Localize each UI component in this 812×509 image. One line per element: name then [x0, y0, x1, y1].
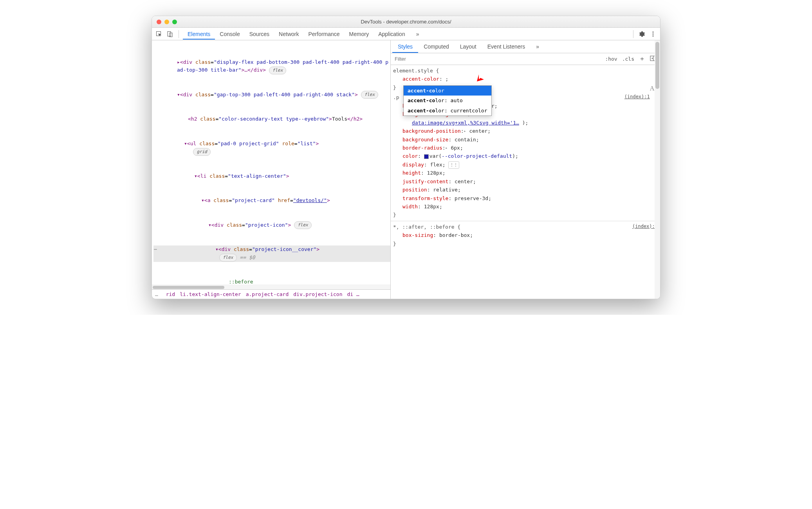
css-declaration[interactable]: data:image/svg+xml,%3Csvg width='1… );	[402, 119, 658, 127]
tab-application[interactable]: Application	[374, 29, 410, 40]
dom-node[interactable]: ▾<div class="project-icon"> flex	[153, 221, 390, 229]
rule-selector: *, ::after, ::before {	[393, 224, 460, 230]
svg-rect-1	[168, 31, 171, 36]
autocomplete-item[interactable]: accent-color: auto	[404, 96, 491, 105]
svg-point-4	[653, 33, 654, 34]
grid-badge[interactable]: grid	[193, 148, 211, 156]
styles-tab-styles[interactable]: Styles	[392, 40, 418, 53]
breadcrumb[interactable]: … ridli.text-align-centera.project-cardd…	[152, 289, 390, 299]
svg-point-5	[653, 35, 654, 36]
horizontal-scrollbar[interactable]	[152, 285, 390, 289]
styles-tab-layout[interactable]: Layout	[455, 40, 482, 53]
window-title: DevTools - developer.chrome.com/docs/	[152, 19, 660, 25]
dom-node[interactable]: ▾<a class="project-card" href="devtools/…	[153, 197, 390, 205]
hov-button[interactable]: :hov	[603, 55, 619, 63]
crumb-item[interactable]: rid	[166, 291, 175, 297]
css-declaration[interactable]: border-radius:▸ 6px;	[402, 144, 658, 152]
device-toggle-icon[interactable]	[165, 29, 175, 39]
flex-badge[interactable]: flex	[361, 91, 379, 99]
css-declaration[interactable]: justify-content: center;	[402, 177, 658, 186]
crumb-ellipsis[interactable]: …	[155, 291, 158, 297]
separator	[633, 30, 633, 38]
flex-badge[interactable]: flex	[294, 221, 312, 229]
close-icon[interactable]	[157, 20, 161, 24]
vertical-scrollbar[interactable]	[655, 40, 660, 299]
svg-point-3	[653, 31, 654, 32]
pseudo-before[interactable]: ::before	[153, 278, 390, 285]
rule-universal[interactable]: (index):1 *, ::after, ::before { box-siz…	[393, 223, 658, 248]
dom-node[interactable]: ▸<div class="display-flex pad-bottom-300…	[153, 58, 390, 75]
flex-badge[interactable]: flex	[269, 67, 287, 74]
panel-tabs: ElementsConsoleSourcesNetworkPerformance…	[183, 29, 410, 40]
crumb-item[interactable]: a.project-card	[246, 291, 289, 297]
inspect-icon[interactable]	[154, 29, 164, 39]
styles-tab-computed[interactable]: Computed	[418, 40, 455, 53]
tab-console[interactable]: Console	[215, 29, 244, 40]
titlebar: DevTools - developer.chrome.com/docs/	[152, 16, 660, 28]
styles-tab-event-listeners[interactable]: Event Listeners	[482, 40, 531, 53]
crumb-item[interactable]: li.text-align-center	[180, 291, 241, 297]
crumb-item[interactable]: di …	[347, 291, 359, 297]
kebab-menu-icon[interactable]	[648, 29, 658, 39]
styles-filter-row: :hov .cls ＋	[391, 53, 660, 65]
filter-input[interactable]	[393, 54, 603, 63]
styles-body[interactable]: element.style { accent-color: ; } AA acc…	[391, 65, 660, 299]
css-declaration[interactable]: background-position:▸ center;	[402, 127, 658, 135]
rule-selector: .p	[393, 94, 399, 100]
styles-tabs: StylesComputedLayoutEvent Listeners »	[391, 40, 660, 53]
dom-tree[interactable]: ▸<div class="display-flex pad-bottom-300…	[152, 40, 390, 285]
css-declaration[interactable]: width: 128px;	[402, 202, 658, 211]
css-declaration[interactable]: color: var(--color-project-default);	[402, 152, 658, 160]
dom-node[interactable]: ▾<ul class="pad-0 project-grid" role="li…	[153, 140, 390, 156]
dom-node-selected[interactable]: ⋯▾<div class="project-icon__cover">flex …	[153, 245, 390, 262]
dom-node[interactable]: <h2 class="color-secondary-text type--ey…	[153, 115, 390, 123]
dollar-zero: == $0	[237, 254, 255, 260]
annotation-arrow-icon	[473, 66, 493, 88]
gear-icon[interactable]	[637, 29, 647, 39]
autocomplete-item[interactable]: accent-color: currentcolor	[404, 106, 491, 116]
css-declaration[interactable]: transform-style: preserve-3d;	[402, 194, 658, 202]
styles-tabs-overflow[interactable]: »	[531, 40, 545, 53]
source-link[interactable]: (index):1	[624, 93, 650, 101]
tab-performance[interactable]: Performance	[303, 29, 344, 40]
tab-sources[interactable]: Sources	[245, 29, 274, 40]
source-link[interactable]: (index):1	[632, 223, 658, 231]
flex-badge[interactable]: flex	[219, 254, 237, 262]
minimize-icon[interactable]	[164, 20, 169, 24]
editing-property[interactable]: accent-color	[402, 76, 439, 82]
tabs-overflow[interactable]: »	[411, 29, 424, 40]
elements-pane: ▸<div class="display-flex pad-bottom-300…	[152, 40, 391, 299]
autocomplete-popup[interactable]: accent-coloraccent-color: autoaccent-col…	[403, 85, 492, 116]
dots-gutter: ⋯	[152, 245, 159, 254]
content-area: ▸<div class="display-flex pad-bottom-300…	[152, 40, 660, 299]
css-declaration[interactable]: box-sizing: border-box;	[402, 231, 658, 239]
new-rule-icon[interactable]: ＋	[637, 54, 648, 64]
css-declaration[interactable]: height: 128px;	[402, 169, 658, 177]
dom-node[interactable]: ▾<li class="text-align-center">	[153, 172, 390, 180]
main-toolbar: ElementsConsoleSourcesNetworkPerformance…	[152, 28, 660, 40]
traffic-lights	[157, 20, 177, 24]
zoom-icon[interactable]	[172, 20, 177, 24]
tab-elements[interactable]: Elements	[183, 29, 215, 40]
devtools-window: DevTools - developer.chrome.com/docs/ El…	[152, 16, 660, 299]
crumb-item[interactable]: div.project-icon	[293, 291, 342, 297]
dom-node[interactable]: ▾<div class="gap-top-300 pad-left-400 pa…	[153, 91, 390, 99]
tab-network[interactable]: Network	[274, 29, 303, 40]
separator	[179, 30, 179, 38]
css-declaration[interactable]: position: relative;	[402, 186, 658, 194]
styles-pane: StylesComputedLayoutEvent Listeners » :h…	[391, 40, 660, 299]
tab-memory[interactable]: Memory	[345, 29, 374, 40]
cls-button[interactable]: .cls	[620, 55, 637, 63]
css-declaration[interactable]: background-size: contain;	[402, 135, 658, 144]
css-declaration[interactable]: display: flex; ⋮⋮	[402, 161, 658, 169]
